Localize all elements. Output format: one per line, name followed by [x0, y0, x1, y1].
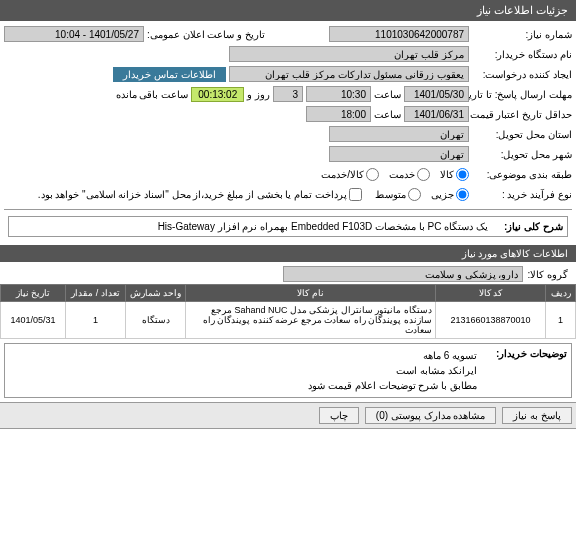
items-header: اطلاعات کالاهای مورد نیاز	[0, 245, 576, 262]
city2-input[interactable]	[329, 146, 469, 162]
desc-value: یک دستگاه PC با مشخصات Embedded F103D به…	[13, 221, 488, 232]
col-unit: واحد شمارش	[126, 285, 186, 302]
cell-qty: 1	[66, 302, 126, 339]
cell-name: دستگاه مانیتور سانترال پزشکی مدل Sahand …	[186, 302, 436, 339]
deadline-time-input[interactable]	[306, 86, 371, 102]
validity-time-input[interactable]	[306, 106, 371, 122]
note-line-3: مطابق با شرح توضیحات اعلام قیمت شود	[308, 378, 477, 393]
class-label: طبقه بندی موضوعی:	[472, 169, 572, 180]
need-no-input[interactable]	[329, 26, 469, 42]
announce-label: تاریخ و ساعت اعلان عمومی:	[147, 29, 265, 40]
desc-label: شرح کلی نیاز:	[493, 221, 563, 232]
city-label: استان محل تحویل:	[472, 129, 572, 140]
deadline-date-input[interactable]	[404, 86, 469, 102]
class-goods-text: کالا	[440, 169, 454, 180]
announce-input[interactable]	[4, 26, 144, 42]
note-line-1: تسویه 6 ماهه	[308, 348, 477, 363]
items-table: ردیف کد کالا نام کالا واحد شمارش تعداد /…	[0, 284, 576, 339]
button-bar: پاسخ به نیاز مشاهده مدارک پیوستی (0) چاپ	[0, 402, 576, 429]
cell-unit: دستگاه	[126, 302, 186, 339]
col-name: نام کالا	[186, 285, 436, 302]
proc-radio-group: جزیی متوسط	[375, 188, 469, 201]
proc-med-radio[interactable]	[408, 188, 421, 201]
col-date: تاریخ نیاز	[1, 285, 66, 302]
col-qty: تعداد / مقدار	[66, 285, 126, 302]
day-label: روز و	[247, 89, 270, 100]
notes-label: توضیحات خریدار:	[477, 348, 567, 393]
cell-date: 1401/05/31	[1, 302, 66, 339]
class-goods-option[interactable]: کالا	[440, 168, 469, 181]
notes-text: تسویه 6 ماهه ایرانکد مشابه است مطابق با …	[308, 348, 477, 393]
proc-note-check[interactable]	[349, 188, 362, 201]
class-both-option[interactable]: کالا/خدمت	[321, 168, 379, 181]
description-box: شرح کلی نیاز: یک دستگاه PC با مشخصات Emb…	[8, 216, 568, 237]
divider	[4, 209, 572, 210]
class-radio-group: کالا خدمت کالا/خدمت	[321, 168, 469, 181]
need-no-label: شماره نیاز:	[472, 29, 572, 40]
cell-code: 2131660138870010	[436, 302, 546, 339]
table-row[interactable]: 1 2131660138870010 دستگاه مانیتور سانترا…	[1, 302, 576, 339]
validity-label: حداقل تاریخ اعتبار قیمت: تا تاریخ:	[472, 109, 572, 120]
validity-date-input[interactable]	[404, 106, 469, 122]
buyer-input[interactable]	[229, 46, 469, 62]
proc-label: نوع فرآیند خرید :	[472, 189, 572, 200]
col-row: ردیف	[546, 285, 576, 302]
proc-note-option[interactable]: پرداخت تمام یا بخشی از مبلغ خرید،از محل …	[38, 188, 362, 201]
proc-part-radio[interactable]	[456, 188, 469, 201]
class-goods-radio[interactable]	[456, 168, 469, 181]
buyer-notes-box: توضیحات خریدار: تسویه 6 ماهه ایرانکد مشا…	[4, 343, 572, 398]
proc-med-text: متوسط	[375, 189, 406, 200]
class-service-radio[interactable]	[417, 168, 430, 181]
note-line-2: ایرانکد مشابه است	[308, 363, 477, 378]
city-input[interactable]	[329, 126, 469, 142]
proc-part-text: جزیی	[431, 189, 454, 200]
time-label-2: ساعت	[374, 109, 401, 120]
docs-button[interactable]: مشاهده مدارک پیوستی (0)	[365, 407, 497, 424]
creator-label: ایجاد کننده درخواست:	[472, 69, 572, 80]
days-input[interactable]	[273, 86, 303, 102]
group-label: گروه کالا:	[527, 269, 568, 280]
class-service-text: خدمت	[389, 169, 415, 180]
buyer-label: نام دستگاه خریدار:	[472, 49, 572, 60]
proc-part-option[interactable]: جزیی	[431, 188, 469, 201]
reply-button[interactable]: پاسخ به نیاز	[502, 407, 572, 424]
countdown-timer: 00:13:02	[191, 87, 244, 102]
remain-label: ساعت باقی مانده	[116, 89, 189, 100]
class-service-option[interactable]: خدمت	[389, 168, 430, 181]
group-input[interactable]	[283, 266, 523, 282]
proc-note-text: پرداخت تمام یا بخشی از مبلغ خرید،از محل …	[38, 189, 347, 200]
time-label-1: ساعت	[374, 89, 401, 100]
print-button[interactable]: چاپ	[319, 407, 359, 424]
window-title: جزئیات اطلاعات نیاز	[0, 0, 576, 21]
creator-input[interactable]	[229, 66, 469, 82]
proc-med-option[interactable]: متوسط	[375, 188, 421, 201]
class-both-radio[interactable]	[366, 168, 379, 181]
deadline-label: مهلت ارسال پاسخ: تا تاریخ:	[472, 89, 572, 100]
form-area: شماره نیاز: تاریخ و ساعت اعلان عمومی: نا…	[0, 21, 576, 243]
col-code: کد کالا	[436, 285, 546, 302]
class-both-text: کالا/خدمت	[321, 169, 364, 180]
contact-button[interactable]: اطلاعات تماس خریدار	[113, 67, 226, 82]
city2-label: شهر محل تحویل:	[472, 149, 572, 160]
cell-n: 1	[546, 302, 576, 339]
